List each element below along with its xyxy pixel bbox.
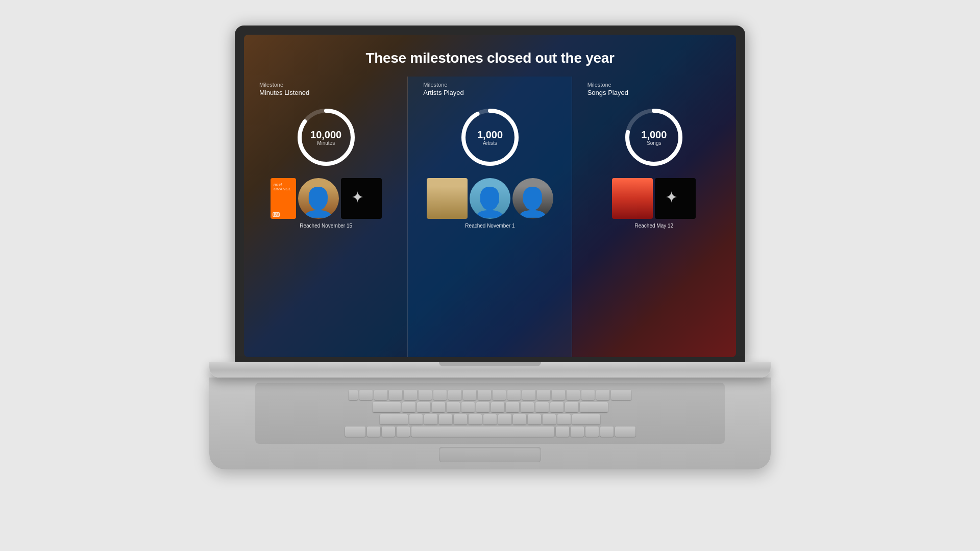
key — [367, 427, 380, 437]
key — [373, 402, 401, 412]
key — [397, 427, 410, 437]
key — [432, 402, 445, 412]
key — [600, 427, 614, 437]
key — [382, 427, 395, 437]
milestone-3-circle: 1,000 Songs — [621, 104, 687, 170]
key — [572, 414, 600, 424]
milestone-2-unit: Artists — [477, 140, 503, 146]
key — [483, 414, 497, 424]
key — [476, 402, 489, 412]
key — [409, 414, 423, 424]
key — [506, 402, 519, 412]
laptop-frame: These milestones closed out the year Mil… — [184, 26, 796, 525]
key — [389, 390, 402, 400]
key — [419, 390, 432, 400]
key — [521, 402, 534, 412]
key — [556, 427, 569, 437]
milestone-artists: Milestone Artists Played 1,000 Artists — [408, 77, 572, 357]
key — [424, 414, 437, 424]
milestone-3-value: 1,000 — [641, 129, 667, 140]
milestone-3-reached: Reached May 12 — [635, 223, 674, 229]
milestone-2-value: 1,000 — [477, 129, 503, 140]
milestone-2-label-top: Milestone — [423, 82, 463, 88]
milestone-3-label-top: Milestone — [587, 82, 628, 88]
album-art-orange-partial: nnel ORANGE PA — [271, 178, 296, 219]
milestone-1-circle: 10,000 Minutes — [293, 104, 359, 170]
key — [439, 414, 452, 424]
milestone-1-label-name: Minutes Listened — [259, 89, 309, 96]
milestone-1-value: 10,000 — [310, 129, 341, 140]
trackpad — [439, 447, 541, 462]
key — [417, 402, 430, 412]
key — [491, 402, 504, 412]
album-art-spiky-2 — [655, 178, 696, 219]
key — [571, 427, 584, 437]
screen-background: These milestones closed out the year Mil… — [244, 35, 736, 357]
album-art-spiky-1 — [341, 178, 382, 219]
milestone-3-value-container: 1,000 Songs — [641, 129, 667, 146]
key — [433, 390, 447, 400]
key — [359, 390, 373, 400]
key-row-2 — [373, 402, 608, 412]
key — [528, 414, 541, 424]
key — [565, 402, 578, 412]
screen-bezel: These milestones closed out the year Mil… — [235, 26, 745, 362]
key — [469, 414, 482, 424]
milestone-1-label-top: Milestone — [259, 82, 309, 88]
album-art-person-seated — [427, 178, 468, 219]
milestone-3-label: Milestone Songs Played — [587, 82, 628, 96]
milestone-songs: Milestone Songs Played 1,000 Songs — [572, 77, 736, 357]
milestone-3-unit: Songs — [641, 140, 667, 146]
key — [447, 402, 460, 412]
key — [402, 402, 415, 412]
key — [448, 390, 461, 400]
key — [581, 390, 595, 400]
key — [507, 390, 521, 400]
milestone-2-label: Milestone Artists Played — [423, 82, 463, 96]
key — [478, 390, 491, 400]
milestone-2-value-container: 1,000 Artists — [477, 129, 503, 146]
milestone-3-images — [582, 178, 726, 219]
key — [543, 414, 556, 424]
milestone-1-label: Milestone Minutes Listened — [259, 82, 309, 96]
milestone-1-value-container: 10,000 Minutes — [310, 129, 341, 146]
key — [374, 390, 387, 400]
key-space — [411, 427, 554, 437]
key — [454, 414, 467, 424]
milestone-1-unit: Minutes — [310, 140, 341, 146]
milestone-1-images: nnel ORANGE PA — [254, 178, 398, 219]
key — [585, 427, 599, 437]
key — [349, 390, 358, 400]
artist-image-kendrick — [298, 178, 339, 219]
key — [345, 427, 365, 437]
key — [513, 414, 526, 424]
laptop-base — [209, 362, 771, 378]
page-title: These milestones closed out the year — [365, 50, 614, 66]
milestone-1-reached: Reached November 15 — [300, 223, 352, 229]
milestones-container: Milestone Minutes Listened 10,000 Minute… — [244, 77, 736, 357]
milestone-2-circle: 1,000 Artists — [457, 104, 523, 170]
artist-image-blue — [470, 178, 510, 219]
milestone-2-reached: Reached November 1 — [465, 223, 514, 229]
milestone-2-images — [418, 178, 561, 219]
key — [535, 402, 549, 412]
key — [615, 427, 635, 437]
key-row-4 — [345, 427, 635, 437]
key — [552, 390, 565, 400]
key — [461, 402, 475, 412]
laptop-keyboard — [209, 378, 771, 469]
key — [537, 390, 550, 400]
key — [550, 402, 564, 412]
screen-inner: These milestones closed out the year Mil… — [244, 35, 736, 357]
key — [596, 390, 609, 400]
key — [580, 402, 608, 412]
keyboard-keys-container — [255, 383, 725, 444]
key-row-3 — [380, 414, 600, 424]
album-art-sunset — [612, 178, 653, 219]
milestone-3-label-name: Songs Played — [587, 89, 628, 96]
key — [567, 390, 580, 400]
key — [404, 390, 417, 400]
artist-image-dark — [512, 178, 553, 219]
milestone-2-label-name: Artists Played — [423, 89, 463, 96]
key — [463, 390, 476, 400]
